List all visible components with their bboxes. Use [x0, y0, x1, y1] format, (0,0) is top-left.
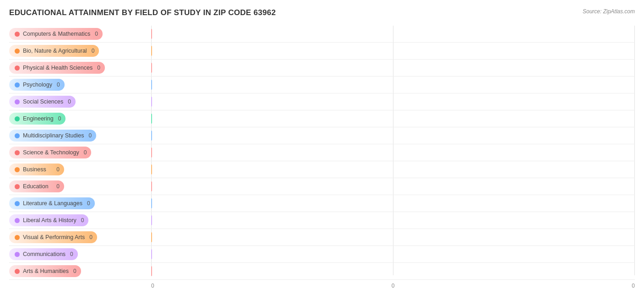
dot-psychology: [15, 82, 20, 87]
bar-label-education: Education: [23, 183, 49, 190]
bar-row-engineering: Engineering 0: [9, 110, 635, 127]
dot-bio: [15, 49, 20, 54]
bar-fill-education: [151, 181, 152, 191]
dot-education: [15, 184, 20, 189]
bar-fill-visual: [151, 232, 152, 242]
bar-label-computers: Computers & Mathematics: [23, 31, 90, 37]
bar-pill-liberal: Liberal Arts & History 0: [9, 214, 88, 226]
bar-value-business: 0: [52, 166, 60, 173]
bar-fill-arts: [151, 266, 152, 276]
bar-pill-business: Business 0: [9, 164, 64, 175]
bar-label-area-visual: Visual & Performing Arts 0: [9, 231, 151, 243]
bar-value-multidisciplinary: 0: [84, 132, 92, 139]
bar-value-education: 0: [52, 183, 60, 190]
bar-label-social: Social Sciences: [23, 98, 63, 105]
bar-track-bio: [151, 45, 635, 57]
dot-visual: [15, 235, 20, 240]
bar-label-visual: Visual & Performing Arts: [23, 234, 85, 240]
chart-body: Computers & Mathematics 0 Bio, Nature & …: [9, 26, 635, 289]
bar-pill-communications: Communications 0: [9, 248, 78, 260]
bar-label-arts: Arts & Humanities: [23, 268, 69, 274]
bar-fill-computers: [151, 29, 152, 39]
bar-label-engineering: Engineering: [23, 115, 54, 122]
chart-title: EDUCATIONAL ATTAINMENT BY FIELD OF STUDY…: [9, 8, 276, 17]
bar-track-literature: [151, 197, 635, 209]
bar-track-communications: [151, 248, 635, 260]
bar-pill-engineering: Engineering 0: [9, 113, 65, 125]
bar-pill-computers: Computers & Mathematics 0: [9, 28, 103, 40]
bar-row-visual: Visual & Performing Arts 0: [9, 229, 635, 246]
x-axis: 0 0 0: [9, 283, 635, 289]
bar-label-area-multidisciplinary: Multidisciplinary Studies 0: [9, 130, 151, 142]
bar-label-psychology: Psychology: [23, 82, 52, 88]
bar-value-arts: 0: [69, 268, 76, 274]
bar-row-literature: Literature & Languages 0: [9, 195, 635, 212]
bar-value-literature: 0: [82, 200, 90, 207]
bar-label-area-engineering: Engineering 0: [9, 113, 151, 125]
dot-literature: [15, 201, 20, 206]
bar-row-business: Business 0: [9, 161, 635, 178]
bar-row-computers: Computers & Mathematics 0: [9, 26, 635, 43]
bar-value-computers: 0: [90, 31, 98, 37]
dot-engineering: [15, 116, 20, 121]
bar-label-literature: Literature & Languages: [23, 200, 82, 207]
dot-physical: [15, 65, 20, 71]
dot-multidisciplinary: [15, 133, 20, 138]
bar-label-bio: Bio, Nature & Agricultural: [23, 48, 87, 54]
bar-row-psychology: Psychology 0: [9, 76, 635, 93]
bar-label-communications: Communications: [23, 251, 65, 257]
bar-track-business: [151, 164, 635, 175]
bar-label-multidisciplinary: Multidisciplinary Studies: [23, 132, 84, 139]
bar-track-science: [151, 147, 635, 158]
x-axis-label-1: 0: [312, 283, 474, 289]
bar-label-area-social: Social Sciences 0: [9, 96, 151, 108]
bar-row-multidisciplinary: Multidisciplinary Studies 0: [9, 127, 635, 144]
bar-label-area-literature: Literature & Languages 0: [9, 197, 151, 209]
bar-label-liberal: Liberal Arts & History: [23, 217, 76, 224]
bar-value-communications: 0: [65, 251, 73, 257]
bar-row-physical: Physical & Health Sciences 0: [9, 60, 635, 76]
bar-fill-liberal: [151, 215, 152, 225]
bar-fill-physical: [151, 63, 152, 73]
bar-label-business: Business: [23, 166, 46, 173]
bar-label-area-bio: Bio, Nature & Agricultural 0: [9, 45, 151, 57]
bar-value-physical: 0: [93, 65, 100, 71]
dot-social: [15, 99, 20, 104]
bar-label-area-computers: Computers & Mathematics 0: [9, 28, 151, 40]
chart-source: Source: ZipAtlas.com: [583, 8, 635, 15]
bar-label-area-liberal: Liberal Arts & History 0: [9, 214, 151, 226]
bar-value-engineering: 0: [54, 115, 61, 122]
dot-communications: [15, 252, 20, 257]
bar-track-education: [151, 180, 635, 192]
bar-row-communications: Communications 0: [9, 246, 635, 263]
bar-fill-psychology: [151, 80, 152, 90]
dot-liberal: [15, 218, 20, 223]
bar-fill-science: [151, 147, 152, 158]
bar-row-social: Social Sciences 0: [9, 93, 635, 110]
dot-business: [15, 167, 20, 172]
bar-value-liberal: 0: [76, 217, 84, 224]
bar-row-science: Science & Technology 0: [9, 144, 635, 161]
bar-label-area-arts: Arts & Humanities 0: [9, 265, 151, 277]
x-axis-label-0: 0: [151, 283, 312, 289]
bar-value-psychology: 0: [52, 82, 60, 88]
dot-science: [15, 150, 20, 155]
bar-label-area-business: Business 0: [9, 164, 151, 175]
bar-pill-literature: Literature & Languages 0: [9, 197, 95, 209]
bar-label-science: Science & Technology: [23, 149, 79, 156]
bar-fill-communications: [151, 249, 152, 259]
bar-label-area-science: Science & Technology 0: [9, 147, 151, 158]
bar-track-multidisciplinary: [151, 130, 635, 142]
bar-pill-multidisciplinary: Multidisciplinary Studies 0: [9, 130, 96, 142]
bar-row-education: Education 0: [9, 178, 635, 195]
bar-label-physical: Physical & Health Sciences: [23, 65, 93, 71]
chart-header: EDUCATIONAL ATTAINMENT BY FIELD OF STUDY…: [9, 8, 635, 17]
bar-row-arts: Arts & Humanities 0: [9, 263, 635, 280]
bar-track-physical: [151, 62, 635, 74]
bar-fill-literature: [151, 198, 152, 208]
bar-fill-social: [151, 97, 152, 107]
bar-fill-multidisciplinary: [151, 131, 152, 141]
bar-track-computers: [151, 28, 635, 40]
chart-container: EDUCATIONAL ATTAINMENT BY FIELD OF STUDY…: [0, 0, 644, 289]
bar-track-psychology: [151, 79, 635, 91]
